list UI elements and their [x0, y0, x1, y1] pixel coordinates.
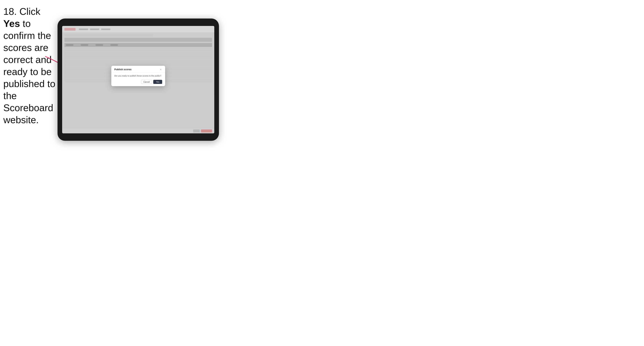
publish-scores-dialog: Publish scores × Are you ready to publis…: [111, 66, 165, 86]
modal-title: Publish scores: [114, 68, 131, 71]
modal-close-button[interactable]: ×: [159, 68, 162, 71]
modal-body: Are you ready to publish these scores to…: [111, 73, 165, 80]
modal-header: Publish scores ×: [111, 66, 165, 73]
modal-message: Are you ready to publish these scores to…: [114, 74, 162, 77]
cancel-button[interactable]: Cancel: [141, 80, 152, 84]
modal-overlay: Publish scores × Are you ready to publis…: [62, 26, 214, 133]
tablet-screen: Publish scores × Are you ready to publis…: [62, 26, 214, 133]
instruction-text: 18. Click Yes to confirm the scores are …: [3, 5, 57, 126]
tablet-device: Publish scores × Are you ready to publis…: [58, 18, 219, 141]
yes-button[interactable]: Yes: [153, 80, 162, 84]
modal-footer: Cancel Yes: [111, 80, 165, 86]
